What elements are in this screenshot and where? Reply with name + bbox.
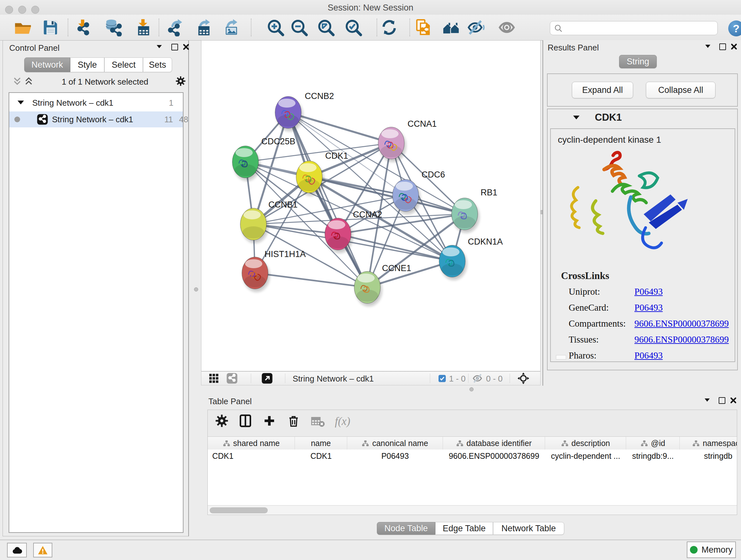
apply-preferred-layout-icon[interactable] [378,17,398,37]
table-panel-float-icon[interactable] [719,397,725,404]
results-panel-menu-icon[interactable] [705,45,711,48]
tab-network[interactable]: Network [24,57,70,72]
hide-selection-icon[interactable] [466,17,486,37]
save-session-icon[interactable] [40,17,61,37]
first-neighbors-icon[interactable] [441,17,462,37]
table-panel-close-icon[interactable] [730,397,737,403]
node-CCNE1[interactable] [354,271,381,303]
network-row-selected[interactable]: String Network – cdk1 11 48 [9,111,183,127]
collapse-all-networks-icon[interactable] [12,77,22,85]
control-panel-close-icon[interactable] [183,44,189,50]
column-header-name[interactable]: name [295,437,347,449]
selected-items-checkbox[interactable] [438,374,446,382]
node-RB1[interactable] [452,198,478,230]
table-hscrollbar-thumb[interactable] [210,507,268,513]
search-input[interactable] [550,21,718,35]
table-hscrollbar-track[interactable] [208,505,737,515]
tab-sets[interactable]: Sets [143,57,172,72]
birds-eye-view-icon[interactable] [517,372,529,384]
column-header-shared-name[interactable]: shared name [208,437,295,449]
entry-expander-icon[interactable] [573,116,580,119]
column-header--id[interactable]: @id [626,437,680,449]
collapse-all-button[interactable]: Collapse All [646,82,716,98]
warnings-button[interactable] [33,543,52,557]
network-collection-row[interactable]: String Network – cdk1 1 [9,96,183,110]
node-CDKN1A[interactable] [439,245,465,277]
node-CDC25B[interactable] [232,146,259,178]
network-panel-options-gear-icon[interactable] [175,76,186,86]
export-image-icon[interactable] [221,17,241,37]
import-network-from-database-icon[interactable] [104,17,124,37]
expand-all-button[interactable]: Expand All [572,82,633,98]
crosslink-link[interactable]: P06493 [634,286,663,297]
zoom-selected-region-icon[interactable] [343,17,363,37]
tab-style[interactable]: Style [70,57,105,72]
import-network-from-file-icon[interactable] [74,17,94,37]
node-CCNA2[interactable] [325,218,351,250]
column-header-database-identifier[interactable]: database identifier [443,437,545,449]
export-table-icon[interactable] [193,17,214,37]
expand-all-networks-icon[interactable] [24,77,33,85]
results-panel-close-icon[interactable] [731,44,737,50]
control-panel-menu-icon[interactable] [157,45,162,48]
tab-edge-table[interactable]: Edge Table [435,522,493,535]
node-HIST1H1A[interactable] [242,257,268,289]
node-CCNB2[interactable] [275,97,301,128]
column-header-namespace[interactable]: namespace [680,437,737,449]
open-session-icon[interactable] [13,17,33,37]
table-cell: P06493 [347,450,443,462]
crosslink-link[interactable]: P06493 [634,350,663,361]
hidden-items-icon[interactable] [471,373,483,383]
detach-view-icon[interactable] [261,373,273,384]
table-cell: stringdb:9... [626,450,680,462]
column-header-canonical-name[interactable]: canonical name [347,437,443,449]
edge-HIST1H1A-CCNE1[interactable] [255,273,367,287]
node-CCNA1[interactable] [378,127,404,159]
import-table-from-file-icon[interactable] [133,17,153,37]
tab-select[interactable]: Select [105,57,143,72]
zoom-fit-content-icon[interactable] [315,17,336,37]
network-edge-count: 48 [179,115,188,125]
zoom-in-icon[interactable] [265,17,285,37]
edge-CCNB2-CCNE1[interactable] [288,112,367,287]
delete-columns-icon[interactable] [287,414,300,428]
show-columns-icon[interactable] [239,414,253,428]
table-row[interactable]: CDK1CDK1P064939606.ENSP00000378699cyclin… [208,450,737,462]
create-column-icon[interactable] [263,414,276,428]
edge-CCNA2-CDKN1A[interactable] [338,234,452,261]
create-network-from-selection-icon[interactable] [414,17,434,37]
control-panel-float-icon[interactable] [172,44,178,51]
network-overview-icon[interactable] [226,373,238,384]
help-button[interactable]: ? [728,20,741,37]
memory-button[interactable]: Memory [687,542,736,558]
cloud-status-button[interactable] [7,543,27,557]
table-options-gear-icon[interactable] [215,414,229,428]
vertical-splitter-handle[interactable] [194,287,198,292]
edge-CCNB2-CCNA1[interactable] [288,112,391,143]
horizontal-splitter-handle[interactable] [469,387,474,391]
crosslink-link[interactable]: 9606.ENSP00000378699 [634,318,729,329]
grid-view-icon[interactable] [208,373,219,384]
export-network-icon[interactable] [165,17,186,37]
column-header-description[interactable]: description [545,437,626,449]
node-CDC6[interactable] [393,179,419,211]
tab-node-table[interactable]: Node Table [377,522,435,535]
collection-expander-icon[interactable] [17,101,24,105]
node-CDK1[interactable] [296,161,322,193]
crosslink-label: Compartments: [569,318,634,329]
crosslink-link[interactable]: 9606.ENSP00000378699 [634,334,729,345]
crosslink-link[interactable]: P06493 [634,302,663,313]
table-panel-menu-icon[interactable] [704,398,710,401]
node-label: CDC25B [261,137,295,146]
results-panel-float-icon[interactable] [719,44,726,50]
show-all-icon[interactable] [496,17,517,37]
tab-string[interactable]: String [619,55,657,68]
zoom-out-icon[interactable] [288,17,309,37]
control-panel-title: Control Panel [9,43,60,53]
entry-scrollbar-stub[interactable] [556,355,566,360]
network-canvas[interactable]: CCNB2CCNA1CDC25BCDK1CDC6RB1CCNB1CCNA2CDK… [201,40,541,371]
tab-network-table[interactable]: Network Table [493,522,564,535]
tab-label: Select [112,60,136,70]
node-CCNB1[interactable] [240,208,266,240]
main-toolbar: ? [0,15,741,41]
